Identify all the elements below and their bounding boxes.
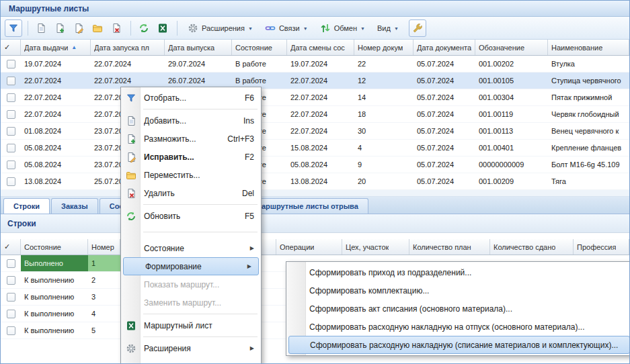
column-header-7[interactable]: Количество сдано	[490, 239, 574, 255]
row-checkbox[interactable]	[7, 110, 15, 119]
toolbar-dropdown-3[interactable]: Вид▼	[371, 19, 405, 37]
row-checkbox[interactable]	[7, 161, 15, 169]
context-menu-item-4[interactable]: Исправить...F2	[121, 148, 261, 166]
table-row-6[interactable]: 05.08.202423.07.202405.08.2024В работе05…	[1, 156, 629, 173]
context-menu-item-15[interactable]: Маршрутный лист	[121, 316, 261, 334]
settings-button[interactable]	[409, 19, 426, 37]
column-header-8[interactable]: Профессия	[574, 239, 629, 255]
exchange-icon	[320, 23, 331, 34]
delete-button[interactable]	[108, 19, 125, 37]
cell: 22.07.2024	[91, 56, 165, 72]
toolbar-dropdown-0[interactable]: Расширения▼	[182, 19, 259, 37]
checkbox-cell	[1, 173, 21, 189]
row-checkbox[interactable]	[7, 326, 15, 335]
excel-button[interactable]	[154, 19, 171, 37]
move-button[interactable]	[89, 19, 106, 37]
context-menu-item-12[interactable]: Показать маршрут...	[121, 275, 261, 293]
toolbar-dropdown-2[interactable]: Обмен▼	[314, 19, 371, 37]
column-header-5[interactable]: Цех, участок	[342, 239, 409, 255]
row-checkbox[interactable]	[7, 93, 15, 102]
menu-item-label: Формирование	[145, 262, 202, 271]
context-menu-item-10[interactable]: Состояние▶	[121, 239, 261, 257]
submenu-item-2[interactable]: Сформировать акт списания (основного мат…	[286, 300, 630, 318]
row-checkbox[interactable]	[7, 144, 15, 152]
context-menu-item-8[interactable]: ОбновитьF5	[121, 207, 261, 225]
row-checkbox[interactable]	[7, 177, 15, 186]
column-header-4[interactable]: Операции	[276, 239, 342, 255]
table-row-0[interactable]: 19.07.202422.07.202429.07.2024В работе19…	[1, 56, 629, 73]
row-checkbox[interactable]	[7, 127, 15, 136]
table-row-1[interactable]: 22.07.202422.07.202426.07.2024В работе22…	[1, 73, 629, 89]
dropdown-label: Вид	[377, 24, 391, 32]
submenu-item-4[interactable]: Сформировать расходную накладную (списан…	[288, 336, 630, 354]
menu-item-label: Маршрутный лист	[144, 321, 212, 330]
window-title: Маршрутные листы	[9, 4, 89, 13]
splitter[interactable]	[1, 190, 629, 197]
column-header-8[interactable]: Обозначение	[475, 40, 548, 55]
toolbar-dropdown-1[interactable]: Связи▼	[259, 19, 314, 37]
row-checkbox[interactable]	[7, 77, 15, 85]
checkbox-cell	[1, 106, 21, 122]
row-checkbox[interactable]	[7, 310, 15, 318]
column-header-label: Дата смены сос	[290, 44, 345, 52]
submenu-item-0[interactable]: Сформировать приход из подразделений...	[286, 263, 630, 281]
table-row-4[interactable]: 01.08.202423.07.202426.07.2024В работе22…	[1, 123, 629, 140]
refresh-button[interactable]	[135, 19, 153, 37]
submenu-item-1[interactable]: Сформировать комплектацию...	[286, 281, 630, 300]
tab-3[interactable]: Маршрутные листы отрыва	[245, 198, 368, 214]
column-header-label: ✓	[4, 43, 10, 52]
column-header-9[interactable]: Наименование	[548, 40, 629, 55]
cell: 9	[354, 156, 414, 173]
column-header-2[interactable]: Дата запуска пл	[91, 40, 165, 55]
context-menu-item-13[interactable]: Заменить маршрут...	[121, 293, 261, 312]
column-header-6[interactable]: Номер докум	[354, 40, 414, 55]
main-table-header: ✓Дата выдачи▲Дата запуска плДата выпуска…	[1, 40, 629, 56]
toolbar-extra	[409, 19, 428, 37]
column-header-2[interactable]: Номер	[88, 239, 120, 255]
duplicate-button[interactable]	[51, 19, 69, 37]
column-header-0[interactable]: ✓	[1, 40, 21, 55]
context-menu-item-11[interactable]: Формирование▶	[123, 257, 259, 275]
filter-button[interactable]	[5, 19, 22, 37]
cell: 22.07.2024	[21, 89, 91, 105]
context-menu-item-3[interactable]: Размножить...Ctrl+F3	[121, 130, 261, 148]
column-header-1[interactable]: Дата выдачи▲	[21, 40, 91, 55]
row-checkbox[interactable]	[7, 259, 15, 268]
cell: 00000000009	[475, 156, 548, 173]
column-header-3[interactable]: Дата выпуска	[165, 40, 232, 55]
column-header-0[interactable]: ✓	[1, 239, 21, 255]
dropdown-label: Обмен	[334, 24, 357, 32]
context-menu-item-2[interactable]: Добавить...Ins	[121, 111, 261, 130]
tab-0[interactable]: Строки	[3, 198, 50, 214]
table-row-7[interactable]: 13.08.202425.07.202426.07.2024В работе13…	[1, 173, 629, 190]
tabstrip: СтрокиЗаказыСостоянияМаршрутные листы от…	[1, 197, 629, 214]
cell: Выполнено	[21, 255, 88, 271]
table-row-5[interactable]: 05.08.202423.07.202415.08.2024В работе15…	[1, 140, 629, 156]
tab-1[interactable]: Заказы	[51, 198, 98, 214]
menu-separator	[143, 336, 258, 337]
row-checkbox[interactable]	[7, 293, 15, 302]
context-menu-item-17[interactable]: Расширения▶	[121, 339, 261, 357]
column-header-6[interactable]: Количество план	[409, 239, 490, 255]
table-row-2[interactable]: 22.07.202422.07.202426.07.2024В работе22…	[1, 89, 629, 106]
column-header-5[interactable]: Дата смены сос	[287, 40, 354, 55]
checkbox-cell	[1, 272, 21, 288]
edit-button[interactable]	[70, 19, 87, 37]
column-header-label: Дата документа	[417, 44, 471, 52]
table-row-3[interactable]: 22.07.202422.07.202426.07.2024В работе22…	[1, 106, 629, 123]
checkbox-cell	[1, 89, 21, 105]
folder-icon	[124, 170, 139, 181]
submenu-item-3[interactable]: Сформировать расходную накладную на отпу…	[286, 318, 630, 336]
context-menu-item-5[interactable]: Переместить...	[121, 166, 261, 184]
menu-shortcut: Ctrl+F3	[215, 134, 254, 144]
context-menu-item-6[interactable]: УдалитьDel	[121, 184, 261, 202]
cell: 5	[88, 322, 120, 338]
row-checkbox[interactable]	[7, 60, 15, 69]
context-menu-item-0[interactable]: Отобрать...F6	[121, 89, 261, 107]
section-gap	[1, 233, 629, 239]
column-header-7[interactable]: Дата документа	[414, 40, 475, 55]
row-checkbox[interactable]	[7, 276, 15, 285]
column-header-1[interactable]: Состояние	[21, 239, 88, 255]
column-header-4[interactable]: Состояние	[232, 40, 287, 55]
add-button[interactable]	[32, 19, 50, 37]
